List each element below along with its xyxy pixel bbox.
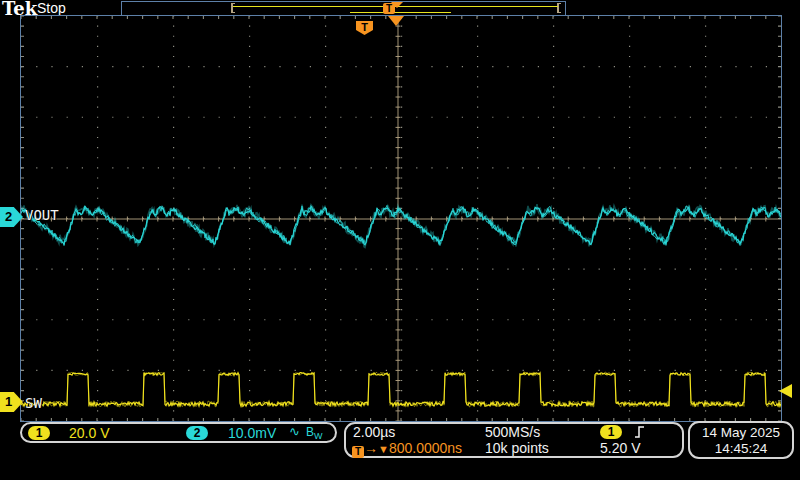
ch2-coupling-icon: ∿ [289, 424, 300, 439]
time-readout: 14:45:24 [690, 441, 792, 457]
record-window-bracket-right [557, 3, 559, 13]
trigger-source-badge[interactable]: 1 [600, 425, 622, 439]
oscilloscope-screen: Tek Stop T T 2 VOUT 1 SW 1 20.0 V 2 10.0… [0, 0, 800, 480]
trigger-delay-t-icon: T [352, 446, 364, 458]
ch1-scale: 20.0 V [69, 425, 109, 441]
trigger-level: 5.20 V [600, 440, 640, 456]
horizontal-trigger-readout-box[interactable]: 2.00µs 500MS/s 1 T→▼800.0000ns 10k point… [344, 422, 684, 458]
record-trigger-position-icon [391, 2, 403, 8]
record-length: 10k points [485, 440, 549, 456]
waveform-svg [21, 16, 781, 421]
channel1-trace-label: SW [25, 395, 42, 411]
trigger-delay-readout: T→▼800.0000ns [352, 440, 462, 458]
ch2-bandwidth-icon: BW [306, 425, 323, 441]
channel-readout-box[interactable]: 1 20.0 V 2 10.0mV ∿ BW [20, 422, 337, 443]
record-view-bar: T [121, 1, 566, 16]
sample-rate: 500MS/s [485, 424, 540, 440]
record-waveform-line-2 [350, 12, 451, 13]
date-readout: 14 May 2025 [690, 425, 792, 441]
trigger-position-marker-icon[interactable] [388, 16, 404, 26]
trigger-level-arrow-icon[interactable] [779, 384, 792, 398]
ch2-badge[interactable]: 2 [186, 426, 208, 440]
horizontal-scale: 2.00µs [353, 424, 395, 440]
ch2-scale: 10.0mV [228, 425, 276, 441]
ch1-badge[interactable]: 1 [28, 426, 50, 440]
channel2-trace-label: VOUT [25, 207, 59, 223]
record-window-bracket-left [231, 3, 233, 13]
acquisition-status: Stop [37, 0, 66, 16]
rising-slope-icon [633, 425, 646, 439]
datetime-box: 14 May 2025 14:45:24 [688, 421, 794, 459]
waveform-display [20, 15, 782, 422]
